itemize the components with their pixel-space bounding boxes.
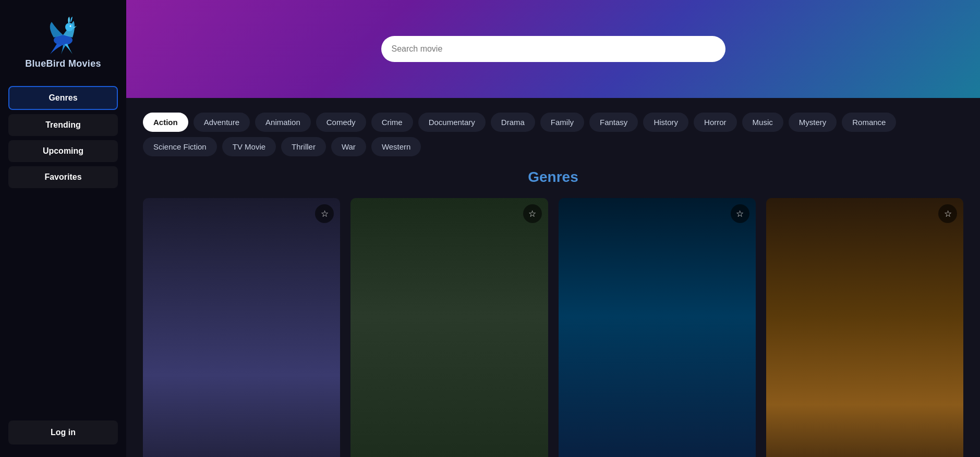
genre-tag-fantasy[interactable]: Fantasy xyxy=(589,113,638,132)
genre-tag-romance[interactable]: Romance xyxy=(842,113,896,132)
genre-tag-war[interactable]: War xyxy=(331,137,366,156)
favorite-button-shazam[interactable]: ☆ xyxy=(938,204,957,223)
movie-poster-sayen: SAYEN xyxy=(350,198,548,457)
sidebar-item-favorites[interactable]: Favorites xyxy=(8,166,118,188)
sidebar-item-trending[interactable]: Trending xyxy=(8,114,118,136)
genre-tag-thriller[interactable]: Thriller xyxy=(281,137,326,156)
genre-tag-tv-movie[interactable]: TV Movie xyxy=(222,137,276,156)
favorite-button-wakanda-forever[interactable]: ☆ xyxy=(315,204,334,223)
genre-tag-science-fiction[interactable]: Science Fiction xyxy=(143,137,217,156)
genre-tag-music[interactable]: Music xyxy=(742,113,783,132)
genre-tag-comedy[interactable]: Comedy xyxy=(316,113,366,132)
svg-point-2 xyxy=(70,26,71,27)
login-button[interactable]: Log in xyxy=(8,421,118,444)
genre-tag-mystery[interactable]: Mystery xyxy=(789,113,837,132)
genre-tags: ActionAdventureAnimationComedyCrimeDocum… xyxy=(143,113,963,156)
main-content: ActionAdventureAnimationComedyCrimeDocum… xyxy=(126,0,980,457)
logo-bird-icon xyxy=(42,13,84,54)
movie-poster-shazam: SHAZAM! xyxy=(766,198,963,457)
movie-card-shark-side[interactable]: SHARK SIDE☆ xyxy=(559,198,756,457)
movie-card-wakanda-forever[interactable]: BLACK PANTHER WAKANDA FOREVER☆ xyxy=(143,198,340,457)
genre-tag-action[interactable]: Action xyxy=(143,113,188,132)
movie-card-shazam[interactable]: SHAZAM!☆ xyxy=(766,198,963,457)
genre-tag-horror[interactable]: Horror xyxy=(694,113,737,132)
genre-tag-documentary[interactable]: Documentary xyxy=(418,113,486,132)
search-input[interactable] xyxy=(381,36,725,62)
genre-tag-family[interactable]: Family xyxy=(540,113,584,132)
genre-tag-crime[interactable]: Crime xyxy=(371,113,413,132)
genre-tag-western[interactable]: Western xyxy=(371,137,421,156)
sidebar-item-upcoming[interactable]: Upcoming xyxy=(8,140,118,162)
movie-grid: BLACK PANTHER WAKANDA FOREVER☆SAYEN☆SHAR… xyxy=(143,198,963,457)
sidebar: BlueBird Movies GenresTrendingUpcomingFa… xyxy=(0,0,126,457)
logo-area: BlueBird Movies xyxy=(25,13,101,69)
content-area: ActionAdventureAnimationComedyCrimeDocum… xyxy=(126,98,980,457)
header xyxy=(126,0,980,98)
section-title: Genres xyxy=(143,169,963,186)
movie-card-sayen[interactable]: SAYEN☆ xyxy=(350,198,548,457)
movie-poster-shark-side: SHARK SIDE xyxy=(559,198,756,457)
nav-menu: GenresTrendingUpcomingFavorites xyxy=(8,86,118,188)
genre-tag-drama[interactable]: Drama xyxy=(491,113,535,132)
genre-tag-history[interactable]: History xyxy=(643,113,688,132)
sidebar-item-genres[interactable]: Genres xyxy=(8,86,118,110)
svg-point-1 xyxy=(65,23,74,31)
favorite-button-sayen[interactable]: ☆ xyxy=(523,204,542,223)
movie-poster-wakanda-forever: BLACK PANTHER WAKANDA FOREVER xyxy=(143,198,340,457)
genre-tag-animation[interactable]: Animation xyxy=(255,113,311,132)
genre-tag-adventure[interactable]: Adventure xyxy=(193,113,250,132)
favorite-button-shark-side[interactable]: ☆ xyxy=(731,204,749,223)
app-title: BlueBird Movies xyxy=(25,58,101,69)
